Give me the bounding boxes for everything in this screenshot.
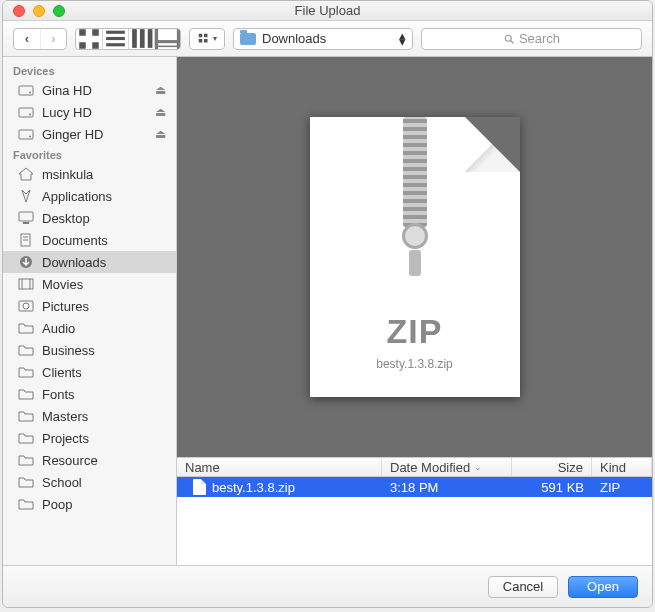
folder-icon <box>17 497 34 511</box>
svg-rect-0 <box>79 29 86 36</box>
sidebar-item-resource[interactable]: Resource <box>3 449 176 471</box>
location-label: Downloads <box>262 31 393 46</box>
sidebar-item-documents[interactable]: Documents <box>3 229 176 251</box>
sidebar-item-downloads[interactable]: Downloads <box>3 251 176 273</box>
icon-view-button[interactable] <box>76 29 102 49</box>
sidebar-item-label: Projects <box>42 431 166 446</box>
hdd-icon <box>17 83 34 97</box>
forward-button[interactable]: › <box>40 29 66 49</box>
column-view-button[interactable] <box>128 29 154 49</box>
search-field[interactable]: Search <box>421 28 642 50</box>
main-panel: ZIP besty.1.3.8.zip Name Date Modified⌄ … <box>177 57 652 565</box>
sidebar-item-label: Poop <box>42 497 166 512</box>
sidebar-item-label: Movies <box>42 277 166 292</box>
view-mode-group <box>75 28 181 50</box>
sidebar-item-label: Downloads <box>42 255 166 270</box>
dropdown-caret-icon: ▴▾ <box>399 33 406 45</box>
grid-icon <box>76 28 102 50</box>
svg-rect-5 <box>106 37 125 40</box>
column-header-kind[interactable]: Kind <box>592 458 652 476</box>
sidebar-item-label: School <box>42 475 166 490</box>
sidebar-item-gina-hd[interactable]: Gina HD⏏ <box>3 79 176 101</box>
dialog-footer: Cancel Open <box>3 565 652 607</box>
coverflow-view-button[interactable] <box>154 29 180 49</box>
svg-rect-8 <box>140 29 145 48</box>
file-upload-dialog: File Upload ‹ › ▾ Downloads ▴▾ Search De… <box>2 0 653 608</box>
svg-point-22 <box>29 114 31 116</box>
svg-rect-9 <box>148 29 153 48</box>
column-header-date[interactable]: Date Modified⌄ <box>382 458 512 476</box>
file-list: besty.1.3.8.zip3:18 PM591 KBZIP <box>177 477 652 565</box>
sidebar-item-desktop[interactable]: Desktop <box>3 207 176 229</box>
svg-rect-14 <box>204 33 208 37</box>
list-view-button[interactable] <box>102 29 128 49</box>
sidebar-item-business[interactable]: Business <box>3 339 176 361</box>
svg-point-17 <box>505 35 511 41</box>
chevron-right-icon: › <box>51 31 55 46</box>
sidebar: DevicesGina HD⏏Lucy HD⏏Ginger HD⏏Favorit… <box>3 57 177 565</box>
chevron-down-icon: ▾ <box>213 34 217 43</box>
sidebar-item-msinkula[interactable]: msinkula <box>3 163 176 185</box>
sidebar-item-label: Applications <box>42 189 166 204</box>
folder-icon <box>240 33 256 45</box>
eject-icon[interactable]: ⏏ <box>155 105 166 119</box>
file-kind: ZIP <box>592 480 652 495</box>
zoom-window-button[interactable] <box>53 5 65 17</box>
sidebar-item-poop[interactable]: Poop <box>3 493 176 515</box>
sidebar-item-projects[interactable]: Projects <box>3 427 176 449</box>
location-dropdown[interactable]: Downloads ▴▾ <box>233 28 413 50</box>
svg-rect-7 <box>132 29 137 48</box>
file-size: 591 KB <box>512 480 592 495</box>
file-list-header: Name Date Modified⌄ Size Kind <box>177 457 652 477</box>
file-row[interactable]: besty.1.3.8.zip3:18 PM591 KBZIP <box>177 477 652 497</box>
sidebar-item-applications[interactable]: Applications <box>3 185 176 207</box>
svg-rect-23 <box>19 130 33 139</box>
cancel-button[interactable]: Cancel <box>488 576 558 598</box>
nav-group: ‹ › <box>13 28 67 50</box>
sidebar-item-label: Lucy HD <box>42 105 147 120</box>
column-header-size[interactable]: Size <box>512 458 592 476</box>
file-date: 3:18 PM <box>382 480 512 495</box>
svg-rect-12 <box>158 47 177 49</box>
column-header-name[interactable]: Name <box>177 458 382 476</box>
sidebar-item-ginger-hd[interactable]: Ginger HD⏏ <box>3 123 176 145</box>
arrange-button[interactable]: ▾ <box>190 29 224 49</box>
list-icon <box>103 28 128 50</box>
eject-icon[interactable]: ⏏ <box>155 83 166 97</box>
close-window-button[interactable] <box>13 5 25 17</box>
eject-icon[interactable]: ⏏ <box>155 127 166 141</box>
movies-icon <box>17 277 34 291</box>
sidebar-item-movies[interactable]: Movies <box>3 273 176 295</box>
back-button[interactable]: ‹ <box>14 29 40 49</box>
folder-icon <box>17 365 34 379</box>
svg-point-20 <box>29 92 31 94</box>
sidebar-item-school[interactable]: School <box>3 471 176 493</box>
group-icon <box>197 32 211 46</box>
sidebar-item-audio[interactable]: Audio <box>3 317 176 339</box>
sidebar-item-label: Documents <box>42 233 166 248</box>
svg-rect-11 <box>158 43 177 45</box>
sidebar-section-label: Favorites <box>3 145 176 163</box>
sidebar-item-pictures[interactable]: Pictures <box>3 295 176 317</box>
apps-icon <box>17 189 34 203</box>
folder-icon <box>17 321 34 335</box>
svg-rect-1 <box>92 29 99 36</box>
file-name: besty.1.3.8.zip <box>212 480 295 495</box>
hdd-icon <box>17 105 34 119</box>
svg-rect-15 <box>199 39 203 43</box>
sidebar-item-clients[interactable]: Clients <box>3 361 176 383</box>
chevron-down-icon: ⌄ <box>474 462 482 472</box>
preview-type-label: ZIP <box>310 312 520 351</box>
minimize-window-button[interactable] <box>33 5 45 17</box>
svg-rect-16 <box>204 39 208 43</box>
svg-rect-6 <box>106 43 125 46</box>
search-icon <box>503 33 515 45</box>
file-icon <box>193 479 206 495</box>
sidebar-item-lucy-hd[interactable]: Lucy HD⏏ <box>3 101 176 123</box>
svg-rect-21 <box>19 108 33 117</box>
sidebar-item-masters[interactable]: Masters <box>3 405 176 427</box>
sidebar-item-fonts[interactable]: Fonts <box>3 383 176 405</box>
open-button[interactable]: Open <box>568 576 638 598</box>
arrange-group: ▾ <box>189 28 225 50</box>
window-controls <box>13 5 65 17</box>
